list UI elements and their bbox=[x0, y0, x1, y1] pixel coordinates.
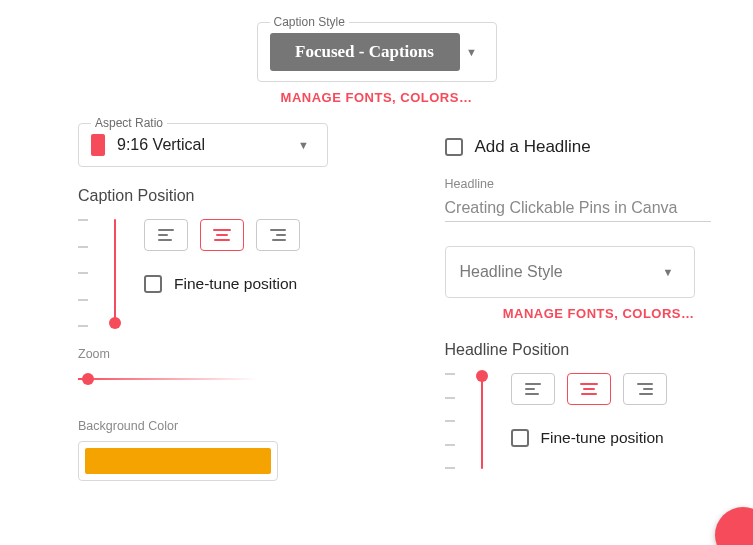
slider-thumb-icon[interactable] bbox=[476, 370, 488, 382]
fine-tune-caption-label: Fine-tune position bbox=[174, 275, 297, 293]
zoom-slider[interactable] bbox=[78, 369, 258, 389]
headline-input[interactable]: Creating Clickable Pins in Canva bbox=[445, 195, 712, 222]
headline-align-center-button[interactable] bbox=[567, 373, 611, 405]
headline-position-title: Headline Position bbox=[445, 341, 712, 359]
headline-field-label: Headline bbox=[445, 177, 712, 191]
background-color-picker[interactable] bbox=[78, 441, 278, 481]
fine-tune-headline-checkbox[interactable] bbox=[511, 429, 529, 447]
fine-tune-caption-checkbox[interactable] bbox=[144, 275, 162, 293]
fine-tune-headline-label: Fine-tune position bbox=[541, 429, 664, 447]
aspect-vertical-icon bbox=[91, 134, 105, 156]
zoom-label: Zoom bbox=[78, 347, 345, 361]
manage-fonts-link[interactable]: MANAGE FONTS, COLORS… bbox=[257, 90, 497, 105]
headline-style-select[interactable]: Headline Style ▼ bbox=[445, 246, 695, 298]
color-swatch bbox=[85, 448, 271, 474]
aspect-ratio-label: Aspect Ratio bbox=[91, 116, 167, 130]
add-headline-label: Add a Headline bbox=[475, 137, 591, 157]
caption-style-value: Focused - Captions bbox=[270, 33, 460, 71]
headline-align-right-button[interactable] bbox=[623, 373, 667, 405]
background-color-label: Background Color bbox=[78, 419, 345, 433]
aspect-ratio-select[interactable]: Aspect Ratio 9:16 Vertical ▼ bbox=[78, 123, 328, 167]
caption-style-select[interactable]: Caption Style Focused - Captions ▼ bbox=[257, 22, 497, 82]
chevron-down-icon: ▼ bbox=[663, 266, 680, 278]
align-left-button[interactable] bbox=[144, 219, 188, 251]
headline-style-value: Headline Style bbox=[460, 263, 563, 281]
chevron-down-icon: ▼ bbox=[460, 46, 484, 58]
chevron-down-icon: ▼ bbox=[298, 139, 315, 151]
headline-align-left-button[interactable] bbox=[511, 373, 555, 405]
align-right-button[interactable] bbox=[256, 219, 300, 251]
add-headline-checkbox[interactable] bbox=[445, 138, 463, 156]
fab-button[interactable] bbox=[715, 507, 753, 545]
caption-style-label: Caption Style bbox=[270, 15, 349, 29]
aspect-ratio-value: 9:16 Vertical bbox=[117, 136, 205, 154]
align-center-button[interactable] bbox=[200, 219, 244, 251]
caption-position-title: Caption Position bbox=[78, 187, 345, 205]
slider-thumb-icon[interactable] bbox=[109, 317, 121, 329]
manage-headline-fonts-link[interactable]: MANAGE FONTS, COLORS… bbox=[445, 306, 695, 321]
caption-position-slider[interactable] bbox=[78, 219, 118, 327]
slider-thumb-icon[interactable] bbox=[82, 373, 94, 385]
headline-position-slider[interactable] bbox=[445, 373, 485, 469]
